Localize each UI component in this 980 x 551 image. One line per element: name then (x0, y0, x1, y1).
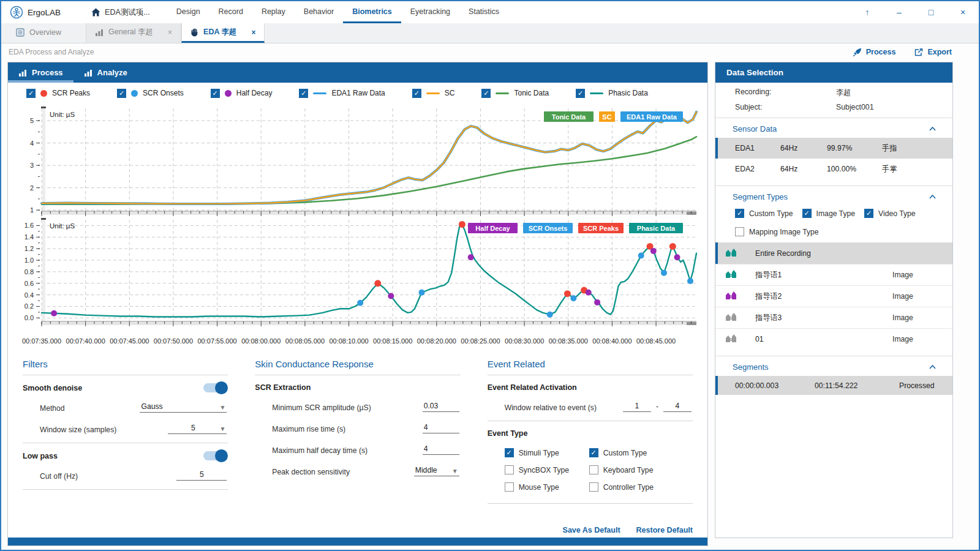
menu-item-biometrics[interactable]: Biometrics (343, 1, 401, 23)
checkbox-custom-type[interactable]: ✓ (735, 209, 744, 218)
low-pass-toggle[interactable] (203, 451, 227, 460)
event-type-controller-type[interactable]: Controller Type (589, 482, 693, 492)
cutoff-value[interactable] (176, 470, 227, 480)
checkbox-stimuli-type[interactable]: ✓ (505, 448, 514, 457)
marker-scr-peaks[interactable] (459, 221, 466, 228)
menu-item-record[interactable]: Record (209, 1, 252, 23)
cutoff-input[interactable] (176, 470, 227, 481)
minimum-scr-amplitude-s-input[interactable] (423, 402, 459, 412)
event-window-from-input[interactable] (623, 402, 651, 412)
restore-up-icon[interactable]: ↑ (851, 7, 883, 17)
tab-process[interactable]: Process (8, 62, 74, 83)
chevron-up-icon[interactable] (929, 195, 936, 199)
marker-half-decay[interactable] (594, 299, 600, 305)
minimum-scr-amplitude-s-value[interactable] (423, 402, 459, 411)
checkbox-video-type[interactable]: ✓ (864, 209, 873, 218)
marker-half-decay[interactable] (468, 254, 474, 260)
menu-item-statistics[interactable]: Statistics (459, 1, 508, 23)
menu-item-replay[interactable]: Replay (252, 1, 295, 23)
segment-item-2[interactable]: 指导语2Image (715, 285, 952, 307)
menu-item-design[interactable]: Design (167, 1, 209, 23)
close-icon[interactable]: × (947, 7, 979, 17)
maximum-half-decay-time-s-input[interactable] (423, 444, 459, 455)
segment-item-entire-recording[interactable]: Entire Recording (715, 242, 952, 264)
project-name[interactable]: EDA测试项... (74, 1, 167, 23)
marker-scr-onsets[interactable] (687, 278, 693, 284)
maximum-rise-time-s-value[interactable] (423, 423, 459, 433)
maximum-rise-time-s-input[interactable] (423, 423, 459, 433)
segment-type-check-mapping-image-type[interactable]: Mapping Image Type (735, 227, 952, 236)
method-select[interactable]: ▼ (140, 402, 227, 413)
legend-checkbox-tonic-data[interactable]: ✓ (481, 89, 491, 98)
marker-scr-onsets[interactable] (419, 290, 425, 296)
export-button[interactable]: Export (914, 48, 952, 57)
tab-overview[interactable]: Overview (7, 23, 70, 43)
checkbox-keyboard-type[interactable] (589, 465, 598, 474)
close-tab-icon[interactable]: × (168, 28, 172, 37)
marker-half-decay[interactable] (388, 293, 394, 299)
event-type-mouse-type[interactable]: Mouse Type (505, 482, 583, 492)
marker-scr-onsets[interactable] (547, 312, 553, 318)
save-as-default-button[interactable]: Save As Default (563, 526, 620, 534)
smooth-denoise-toggle[interactable] (203, 383, 227, 392)
close-tab-icon[interactable]: × (251, 28, 255, 37)
restore-default-button[interactable]: Restore Default (636, 526, 693, 534)
checkbox-syncbox-type[interactable] (505, 465, 514, 474)
checkbox-image-type[interactable]: ✓ (802, 209, 812, 218)
checkbox-mouse-type[interactable] (505, 482, 514, 492)
checkbox-controller-type[interactable] (589, 482, 598, 492)
event-type-stimuli-type[interactable]: ✓Stimuli Type (505, 448, 583, 457)
marker-scr-onsets[interactable] (357, 300, 363, 306)
segment-type-check-custom-type[interactable]: ✓Custom Type (735, 209, 793, 218)
tab-eda[interactable]: EDA 李超× (181, 23, 265, 43)
legend-checkbox-half-decay[interactable]: ✓ (211, 89, 220, 98)
marker-scr-peaks[interactable] (374, 280, 381, 287)
marker-scr-peaks[interactable] (564, 290, 571, 297)
window-size-value[interactable] (168, 424, 218, 433)
event-window-from-value[interactable] (623, 402, 651, 411)
event-type-custom-type[interactable]: ✓Custom Type (589, 448, 693, 457)
segment-item-01[interactable]: 01Image (715, 328, 952, 350)
segment-item-3[interactable]: 指导语3Image (715, 307, 952, 328)
checkbox-custom-type[interactable]: ✓ (589, 448, 598, 457)
segment-type-check-video-type[interactable]: ✓Video Type (864, 209, 916, 218)
legend-checkbox-phasic-data[interactable]: ✓ (576, 89, 585, 98)
process-button[interactable]: Process (853, 48, 896, 57)
marker-scr-onsets[interactable] (638, 253, 644, 259)
window-size-select[interactable]: ▼ (168, 424, 227, 434)
segments-row[interactable]: 00:00:00.00300:11:54.222Processed (715, 376, 952, 395)
peak-dection-sensitivity-value[interactable] (414, 466, 451, 476)
checkbox-mapping-image-type[interactable] (735, 227, 744, 236)
method-value[interactable] (140, 402, 218, 412)
chevron-up-icon[interactable] (929, 365, 936, 369)
segment-item-1[interactable]: 指导语1Image (715, 264, 952, 285)
marker-half-decay[interactable] (51, 310, 57, 317)
sensor-row-eda1[interactable]: EDA164Hz99.97%手指 (715, 138, 952, 159)
marker-scr-onsets[interactable] (661, 270, 667, 276)
tab-general[interactable]: General 李超× (86, 23, 181, 43)
legend-checkbox-scr-peaks[interactable]: ✓ (26, 89, 36, 98)
eda-chart-svg[interactable]: 12345Unit: µSEDA1 Raw DataSCTonic Data0.… (8, 103, 707, 350)
menu-item-eyetracking[interactable]: Eyetracking (401, 1, 459, 23)
sensor-row-eda2[interactable]: EDA264Hz100.00%手掌 (715, 159, 952, 179)
tab-analyze[interactable]: Analyze (74, 62, 138, 83)
segment-type-check-image-type[interactable]: ✓Image Type (802, 209, 855, 218)
event-type-keyboard-type[interactable]: Keyboard Type (589, 465, 693, 474)
marker-scr-onsets[interactable] (570, 295, 576, 301)
event-window-to-input[interactable] (663, 402, 692, 412)
chevron-up-icon[interactable] (929, 127, 936, 131)
minimize-icon[interactable]: – (883, 7, 915, 17)
maximize-icon[interactable]: □ (915, 7, 947, 17)
event-window-to-value[interactable] (663, 402, 692, 411)
legend-checkbox-sc[interactable]: ✓ (412, 89, 421, 98)
legend-checkbox-scr-onsets[interactable]: ✓ (117, 89, 126, 98)
legend-checkbox-eda1-raw-data[interactable]: ✓ (299, 89, 308, 98)
eda-charts[interactable]: 12345Unit: µSEDA1 Raw DataSCTonic Data0.… (8, 103, 707, 351)
marker-half-decay[interactable] (586, 290, 592, 296)
marker-half-decay[interactable] (650, 248, 657, 254)
peak-dection-sensitivity-select[interactable]: ▼ (414, 466, 459, 476)
marker-scr-peaks[interactable] (669, 243, 676, 250)
event-type-syncbox-type[interactable]: SyncBOX Type (505, 465, 583, 474)
marker-half-decay[interactable] (674, 254, 680, 260)
menu-item-behavior[interactable]: Behavior (295, 1, 343, 23)
